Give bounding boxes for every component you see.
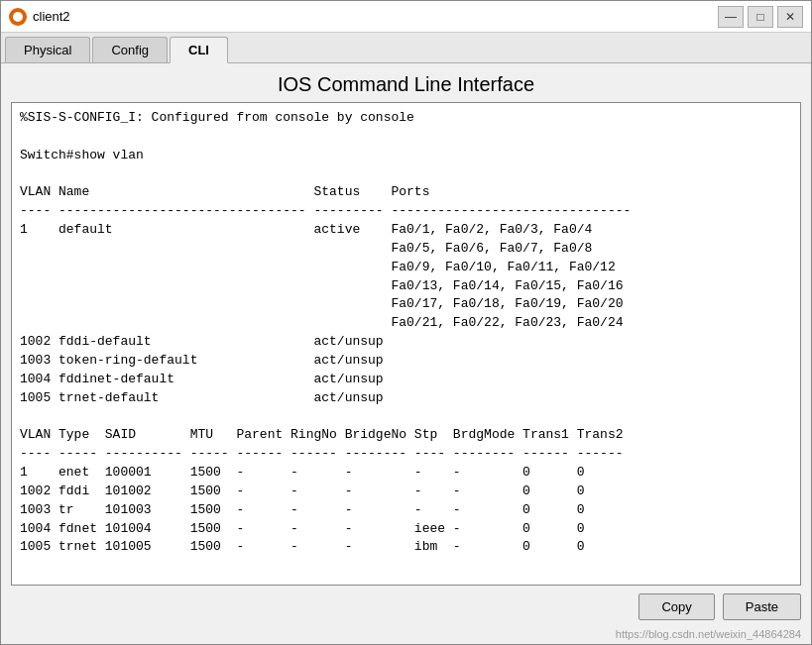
bottom-bar: Copy Paste: [1, 586, 811, 628]
window-title: client2: [33, 9, 70, 24]
tab-cli[interactable]: CLI: [170, 37, 228, 63]
maximize-button[interactable]: □: [748, 6, 773, 28]
tab-config[interactable]: Config: [92, 37, 168, 62]
close-button[interactable]: ✕: [777, 6, 803, 28]
title-controls: — □ ✕: [718, 6, 803, 28]
title-bar: client2 — □ ✕: [1, 1, 811, 33]
cli-area: %SIS-S-CONFIG_I: Configured from console…: [1, 102, 811, 586]
paste-button[interactable]: Paste: [723, 593, 801, 620]
watermark: https://blog.csdn.net/weixin_44864284: [1, 628, 811, 644]
terminal-output[interactable]: %SIS-S-CONFIG_I: Configured from console…: [11, 102, 801, 586]
main-window: client2 — □ ✕ Physical Config CLI IOS Co…: [0, 0, 812, 645]
copy-button[interactable]: Copy: [638, 593, 714, 620]
minimize-button[interactable]: —: [718, 6, 744, 28]
tab-physical[interactable]: Physical: [5, 37, 90, 62]
title-bar-left: client2: [9, 8, 70, 26]
app-icon: [9, 8, 27, 26]
tab-bar: Physical Config CLI: [1, 33, 811, 63]
page-title: IOS Command Line Interface: [1, 63, 811, 102]
